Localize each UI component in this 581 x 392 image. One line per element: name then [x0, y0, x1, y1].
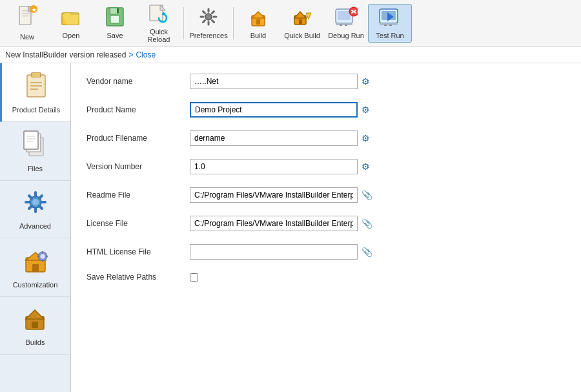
- main-area: Product Details Files: [0, 63, 581, 392]
- new-label: New: [20, 33, 34, 41]
- product-filename-icon[interactable]: ⚙: [362, 133, 370, 143]
- sidebar: Product Details Files: [0, 63, 71, 392]
- notification-message: New InstallBuilder version released: [5, 50, 126, 59]
- test-run-label: Test Run: [376, 32, 403, 39]
- product-name-label: Product Name: [87, 105, 190, 114]
- svg-rect-52: [24, 131, 38, 149]
- svg-rect-33: [340, 25, 342, 26]
- svg-line-24: [203, 21, 205, 23]
- svg-line-64: [29, 206, 32, 209]
- debug-run-icon: [334, 6, 358, 30]
- quick-reload-label: Quick Reload: [140, 28, 178, 43]
- vendor-name-icon[interactable]: ⚙: [362, 76, 370, 87]
- svg-rect-11: [110, 15, 119, 23]
- product-filename-input[interactable]: [190, 130, 358, 146]
- preferences-label: Preferences: [189, 32, 227, 39]
- open-button[interactable]: Open: [49, 4, 93, 43]
- version-number-label: Version Number: [87, 162, 190, 171]
- toolbar: ★ New Open Save: [0, 0, 581, 46]
- svg-rect-5: [22, 15, 28, 17]
- product-name-icon[interactable]: ⚙: [362, 105, 370, 115]
- readme-file-input[interactable]: [190, 187, 358, 203]
- readme-file-icon[interactable]: 📎: [362, 190, 372, 200]
- preferences-button[interactable]: Preferences: [187, 4, 230, 43]
- product-name-row: Product Name ⚙: [87, 102, 566, 118]
- readme-file-label: Readme File: [87, 191, 190, 200]
- svg-line-23: [212, 12, 214, 14]
- save-relative-paths-checkbox[interactable]: [190, 273, 198, 282]
- open-label: Open: [63, 32, 80, 39]
- license-file-row: License File 📎: [87, 216, 566, 231]
- vendor-name-label: Vendor name: [87, 77, 190, 86]
- license-file-input[interactable]: [190, 216, 358, 231]
- sidebar-item-product-details[interactable]: Product Details: [0, 63, 70, 122]
- svg-line-22: [212, 21, 214, 23]
- test-run-icon: [378, 6, 402, 30]
- svg-point-16: [205, 14, 212, 20]
- svg-text:★: ★: [32, 7, 37, 13]
- new-button[interactable]: ★ New: [5, 4, 49, 43]
- svg-rect-67: [32, 264, 39, 272]
- sidebar-item-builds[interactable]: Builds: [0, 297, 70, 355]
- svg-rect-31: [338, 11, 351, 20]
- svg-point-69: [40, 254, 45, 259]
- svg-rect-28: [299, 19, 302, 24]
- sidebar-label-files: Files: [28, 165, 43, 172]
- toolbar-divider-1: [183, 7, 184, 39]
- advanced-icon: [22, 189, 49, 220]
- notification-bar: New InstallBuilder version released > Cl…: [0, 46, 581, 63]
- license-file-label: License File: [87, 219, 190, 228]
- svg-rect-26: [256, 19, 260, 25]
- customization-icon: [22, 246, 49, 278]
- notification-link[interactable]: >: [128, 50, 133, 59]
- toolbar-divider-2: [233, 7, 234, 39]
- close-link[interactable]: Close: [136, 50, 156, 59]
- svg-rect-75: [32, 322, 38, 328]
- svg-line-62: [39, 206, 42, 209]
- html-license-file-row: HTML License File 📎: [87, 244, 566, 260]
- html-license-file-icon[interactable]: 📎: [362, 247, 372, 257]
- sidebar-item-files[interactable]: Files: [0, 122, 70, 181]
- open-icon: [61, 6, 81, 30]
- quick-build-button[interactable]: Quick Build: [280, 4, 324, 43]
- product-name-input[interactable]: [190, 102, 358, 118]
- sidebar-item-advanced[interactable]: Advanced: [0, 181, 70, 238]
- debug-run-label: Debug Run: [328, 32, 364, 39]
- version-number-input[interactable]: [190, 159, 358, 174]
- files-icon: [23, 130, 48, 162]
- vendor-name-input[interactable]: [190, 74, 358, 89]
- quick-reload-icon: [148, 3, 169, 26]
- product-filename-label: Product Filename: [87, 134, 190, 143]
- svg-rect-40: [380, 23, 398, 25]
- debug-run-button[interactable]: Debug Run: [324, 4, 368, 43]
- svg-rect-41: [384, 25, 387, 26]
- new-icon: ★: [17, 5, 37, 32]
- save-relative-paths-label: Save Relative Paths: [87, 273, 190, 282]
- version-number-icon[interactable]: ⚙: [362, 161, 370, 172]
- test-run-button[interactable]: Test Run: [368, 4, 412, 43]
- version-number-row: Version Number ⚙: [87, 159, 566, 174]
- sidebar-label-product-details: Product Details: [12, 106, 61, 114]
- svg-rect-42: [389, 25, 392, 26]
- sidebar-label-builds: Builds: [26, 338, 45, 346]
- quick-reload-button[interactable]: Quick Reload: [137, 4, 181, 43]
- readme-file-row: Readme File 📎: [87, 187, 566, 203]
- build-button[interactable]: Build: [236, 4, 280, 43]
- svg-rect-34: [345, 25, 347, 26]
- build-icon: [248, 6, 269, 30]
- sidebar-label-advanced: Advanced: [19, 222, 51, 230]
- svg-rect-12: [117, 8, 119, 13]
- preferences-icon: [198, 6, 219, 30]
- svg-line-21: [203, 12, 205, 14]
- build-label: Build: [250, 32, 266, 39]
- license-file-icon[interactable]: 📎: [362, 218, 372, 229]
- builds-icon: [23, 305, 48, 336]
- save-label: Save: [107, 32, 123, 39]
- svg-rect-4: [22, 13, 30, 14]
- svg-rect-10: [110, 8, 117, 14]
- vendor-name-row: Vendor name ⚙: [87, 74, 566, 89]
- save-button[interactable]: Save: [93, 4, 137, 43]
- sidebar-item-customization[interactable]: Customization: [0, 238, 70, 297]
- html-license-file-input[interactable]: [190, 244, 358, 260]
- svg-rect-3: [22, 10, 28, 12]
